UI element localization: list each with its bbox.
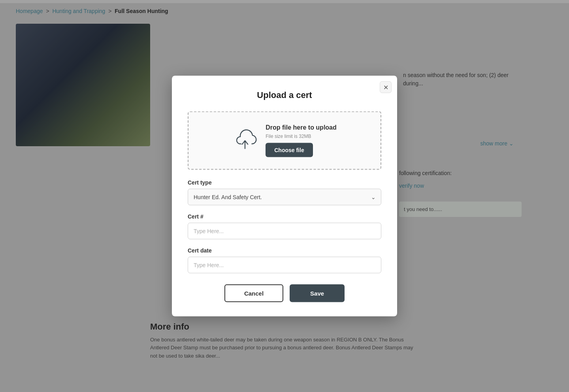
cert-number-label: Cert #: [188, 213, 381, 220]
cert-number-field: Cert #: [188, 213, 381, 239]
modal-buttons: Cancel Save: [188, 285, 381, 302]
cert-type-select[interactable]: Hunter Ed. And Safety Cert.Bowhunter Edu…: [188, 189, 381, 205]
cancel-button[interactable]: Cancel: [224, 285, 283, 302]
drop-title: Drop file here to upload: [266, 124, 337, 131]
cert-type-select-wrapper: Hunter Ed. And Safety Cert.Bowhunter Edu…: [188, 189, 381, 205]
cert-type-field: Cert type Hunter Ed. And Safety Cert.Bow…: [188, 179, 381, 205]
close-button[interactable]: ✕: [380, 81, 392, 93]
cert-date-label: Cert date: [188, 247, 381, 254]
drop-subtitle: File size limit is 32MB: [266, 134, 337, 139]
cert-date-field: Cert date: [188, 247, 381, 273]
modal-title: Upload a cert: [188, 90, 381, 100]
save-button[interactable]: Save: [290, 285, 345, 302]
cert-type-label: Cert type: [188, 179, 381, 186]
cloud-upload-icon: [232, 129, 258, 153]
cert-date-input[interactable]: [188, 257, 381, 273]
drop-zone-content: Drop file here to upload File size limit…: [266, 124, 337, 157]
upload-cert-modal: ✕ Upload a cert Drop file here to upload…: [172, 76, 397, 317]
cert-number-input[interactable]: [188, 223, 381, 239]
choose-file-button[interactable]: Choose file: [266, 143, 313, 157]
drop-zone[interactable]: Drop file here to upload File size limit…: [188, 111, 381, 170]
